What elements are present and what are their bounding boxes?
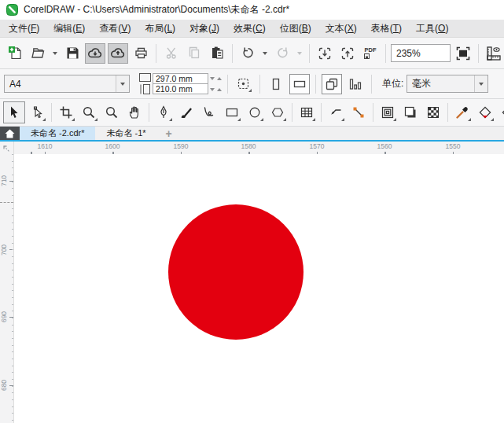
drop-shadow-tool[interactable] xyxy=(399,101,421,123)
redo-dropdown[interactable] xyxy=(295,43,304,64)
paintbrush-icon xyxy=(179,105,193,120)
portrait-icon xyxy=(269,77,283,91)
ruler-label: 1600 xyxy=(105,142,120,150)
page-height-spinner[interactable] xyxy=(210,85,222,94)
tab-document-2[interactable]: 未命名 -2.cdr* xyxy=(20,127,95,140)
connector-tool[interactable] xyxy=(348,101,370,123)
connector-line-icon xyxy=(351,105,366,120)
polygon-tool[interactable] xyxy=(267,101,289,123)
page-size-dropdown-arrow[interactable] xyxy=(116,75,129,92)
shape-tool[interactable] xyxy=(26,101,48,123)
portrait-button[interactable] xyxy=(266,74,286,94)
printer-icon xyxy=(134,46,149,61)
paste-button[interactable] xyxy=(207,43,227,64)
zoom-tool-alt[interactable] xyxy=(101,101,123,123)
show-rulers-button[interactable] xyxy=(484,43,504,64)
window-title: CorelDRAW - C:\Users\Administrator\Docum… xyxy=(24,3,289,17)
publish-pdf-button[interactable]: PDF xyxy=(360,43,381,64)
menu-effects[interactable]: 效果(C) xyxy=(226,20,273,37)
menu-view[interactable]: 查看(V) xyxy=(92,20,138,37)
cut-button[interactable] xyxy=(161,43,182,64)
table-grid-icon xyxy=(300,105,314,120)
all-pages-icon xyxy=(325,77,339,91)
menu-object[interactable]: 对象(J) xyxy=(182,20,226,37)
new-document-button[interactable] xyxy=(5,43,25,64)
crop-tool[interactable] xyxy=(55,101,77,123)
menu-edit[interactable]: 编辑(E) xyxy=(46,20,92,37)
menu-file[interactable]: 文件(F) xyxy=(2,20,46,37)
menu-tools[interactable]: 工具(O) xyxy=(409,20,455,37)
cut-icon xyxy=(164,46,179,61)
open-from-cloud-button[interactable] xyxy=(85,43,105,64)
pick-tool[interactable] xyxy=(3,101,25,123)
copy-button[interactable] xyxy=(184,43,204,64)
new-document-icon xyxy=(8,46,23,61)
drawing-canvas[interactable] xyxy=(14,154,504,423)
checkerboard-icon xyxy=(426,105,440,120)
ellipse-icon xyxy=(248,105,262,120)
open-dropdown[interactable] xyxy=(50,43,60,64)
pen-tool[interactable] xyxy=(153,101,175,123)
menu-layout[interactable]: 布局(L) xyxy=(138,20,182,37)
red-circle-shape[interactable] xyxy=(168,204,304,340)
ruler-label: 1570 xyxy=(310,142,325,150)
save-button[interactable] xyxy=(62,43,83,64)
open-button[interactable] xyxy=(28,43,48,64)
print-button[interactable] xyxy=(131,43,151,64)
import-icon xyxy=(317,46,333,61)
redo-button[interactable] xyxy=(272,43,292,64)
units-combobox[interactable]: 毫米 xyxy=(407,75,488,93)
current-page-button[interactable] xyxy=(345,74,366,94)
ruler-eye-icon xyxy=(485,45,502,62)
mesh-fill-tool[interactable] xyxy=(497,101,504,123)
menu-bitmaps[interactable]: 位图(B) xyxy=(273,20,318,37)
vertical-ruler[interactable]: 710 700 690 680 xyxy=(0,154,14,423)
fullscreen-preview-button[interactable] xyxy=(453,43,473,64)
units-dropdown-arrow[interactable] xyxy=(474,75,487,92)
dimension-tool[interactable] xyxy=(325,101,347,123)
pan-tool[interactable] xyxy=(123,101,145,123)
units-label: 单位: xyxy=(382,77,403,90)
landscape-button[interactable] xyxy=(289,74,310,94)
mesh-diamond-icon xyxy=(501,105,504,120)
landscape-icon xyxy=(292,77,307,91)
page-width-input[interactable] xyxy=(153,73,208,84)
page-width-spinner[interactable] xyxy=(210,74,222,83)
open-folder-icon xyxy=(31,46,46,61)
artistic-media-tool[interactable] xyxy=(175,101,197,123)
ellipse-tool[interactable] xyxy=(244,101,266,123)
page-surface xyxy=(14,154,504,423)
pdf-disk-icon xyxy=(364,53,370,59)
coreldraw-logo-icon xyxy=(6,4,18,16)
menu-text[interactable]: 文本(X) xyxy=(318,20,364,37)
tab-document-1[interactable]: 未命名 -1* xyxy=(95,127,156,140)
page-size-combobox[interactable]: A4 xyxy=(4,75,130,93)
smart-drawing-tool[interactable] xyxy=(198,101,220,123)
drop-shadow-icon xyxy=(403,105,418,120)
interactive-fill-tool[interactable] xyxy=(474,101,496,123)
import-button[interactable] xyxy=(315,43,335,64)
work-area: 710 700 690 680 xyxy=(0,154,504,423)
undo-button[interactable] xyxy=(237,43,258,64)
toolbar-separator xyxy=(227,75,228,94)
welcome-home-button[interactable] xyxy=(0,127,20,140)
export-button[interactable] xyxy=(337,43,358,64)
autofit-page-button[interactable] xyxy=(234,74,254,94)
rectangle-icon xyxy=(225,105,239,120)
zoom-level-combobox[interactable] xyxy=(391,44,451,62)
cloud-upload-icon xyxy=(110,46,126,61)
toolbox-separator xyxy=(292,103,292,122)
table-tool[interactable] xyxy=(296,101,318,123)
zoom-tool[interactable] xyxy=(78,101,100,123)
rectangle-tool[interactable] xyxy=(221,101,243,123)
all-pages-button[interactable] xyxy=(322,74,342,94)
save-to-cloud-button[interactable] xyxy=(108,43,128,64)
page-height-input[interactable] xyxy=(153,83,208,94)
toolbox-separator xyxy=(373,103,373,122)
eyedropper-tool[interactable] xyxy=(451,101,473,123)
menu-table[interactable]: 表格(T) xyxy=(364,20,409,37)
new-tab-button[interactable]: + xyxy=(157,127,181,140)
contour-tool[interactable] xyxy=(377,101,399,123)
transparency-tool[interactable] xyxy=(422,101,444,123)
undo-dropdown[interactable] xyxy=(260,43,270,64)
